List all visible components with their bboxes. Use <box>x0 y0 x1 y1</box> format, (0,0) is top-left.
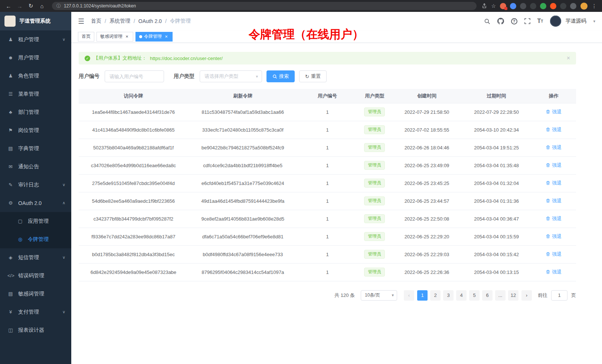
tab-home[interactable]: 首页 <box>78 32 94 42</box>
sidebar-item-error-code[interactable]: </> 错误码管理 <box>0 267 71 285</box>
home-icon[interactable]: ⌂ <box>37 1 47 10</box>
extension-icon-2[interactable] <box>510 3 516 9</box>
delete-icon <box>546 109 550 114</box>
page-button-3[interactable]: 3 <box>443 290 454 301</box>
browser-menu-icon[interactable]: ⋮ <box>592 3 597 9</box>
next-page-button[interactable]: › <box>521 290 532 301</box>
back-icon[interactable]: ← <box>4 1 13 10</box>
sidebar-item-oauth2[interactable]: ⚙ OAuth 2.0 ∧ <box>0 194 71 212</box>
force-logout-button[interactable]: 强退 <box>546 162 562 169</box>
user-id-input[interactable] <box>105 70 164 82</box>
close-icon[interactable]: × <box>567 55 570 62</box>
column-access-token: 访问令牌 <box>79 89 188 103</box>
force-logout-button[interactable]: 强退 <box>546 251 562 258</box>
sidebar-item-dict[interactable]: ▤ 字典管理 <box>0 139 71 158</box>
extension-icon-6[interactable] <box>550 3 556 9</box>
force-logout-button[interactable]: 强退 <box>546 126 562 133</box>
sidebar-item-role[interactable]: ♟ 角色管理 <box>0 67 71 85</box>
sidebar-item-tenant[interactable]: ♟ 租户管理 ∨ <box>0 30 71 49</box>
page-button-12[interactable]: 12 <box>508 290 518 301</box>
extension-icon-8[interactable] <box>570 3 576 9</box>
force-logout-button[interactable]: 强退 <box>546 180 562 186</box>
refresh-token-cell: dfa6c71a50a54c66bef706ef9e6e8d81 <box>188 228 298 245</box>
sidebar-item-post[interactable]: ⚑ 岗位管理 <box>0 121 71 139</box>
force-logout-button[interactable]: 强退 <box>546 109 562 115</box>
user-avatar[interactable] <box>550 16 561 27</box>
sidebar-item-pay[interactable]: ¥ 支付管理 ∨ <box>0 303 71 321</box>
page-button-4[interactable]: 4 <box>456 290 467 301</box>
share-icon[interactable] <box>482 3 487 9</box>
extension-icon-1[interactable] <box>500 3 506 9</box>
force-logout-button[interactable]: 强退 <box>546 233 562 240</box>
force-logout-button[interactable]: 强退 <box>546 198 562 204</box>
page-size-select[interactable]: 10条/页 ▾ <box>361 290 397 301</box>
site-info-icon[interactable]: ⓘ <box>56 3 61 9</box>
bookmark-star-icon[interactable]: ☆ <box>491 3 496 9</box>
extension-icon-4[interactable] <box>530 3 536 9</box>
goto-page-input[interactable] <box>551 290 567 301</box>
address-bar[interactable]: ⓘ 127.0.0.1:1024/system/oauth2/token <box>52 2 477 10</box>
sidebar-item-menu[interactable]: ☰ 菜单管理 <box>0 85 71 103</box>
org-tree-icon: ♣ <box>7 109 14 115</box>
extension-icon-7[interactable] <box>560 3 566 9</box>
page-ellipsis[interactable]: ... <box>495 290 506 301</box>
page-button-6[interactable]: 6 <box>482 290 493 301</box>
doc-link[interactable]: https://doc.iocoder.cn/user-center/ <box>150 56 223 61</box>
user-type-badge: 管理员 <box>364 161 385 170</box>
app-shell: 芋道管理系统 ♟ 租户管理 ∨ ☻ 用户管理 ♟ 角色管理 ☰ 菜单管理 ♣ 部… <box>0 12 602 364</box>
page-button-2[interactable]: 2 <box>430 290 441 301</box>
extension-icon-3[interactable] <box>520 3 526 9</box>
reload-icon[interactable]: ↻ <box>26 1 36 10</box>
force-logout-button[interactable]: 强退 <box>546 215 562 222</box>
github-icon[interactable] <box>497 18 504 24</box>
extension-icon-5[interactable] <box>540 3 546 9</box>
reset-button[interactable]: ↻ 重置 <box>299 70 327 82</box>
tab-oauth2-token[interactable]: 令牌管理 × <box>135 32 173 42</box>
log-icon: ✎ <box>7 182 14 188</box>
sidebar-item-audit-log[interactable]: ✎ 审计日志 ∨ <box>0 176 71 194</box>
url-text: 127.0.0.1:1024/system/oauth2/token <box>64 3 136 9</box>
user-type-cell: 管理员 <box>357 174 392 192</box>
create-time-cell: 2022-06-25 22:29:03 <box>392 245 462 263</box>
search-button[interactable]: 搜索 <box>266 70 295 82</box>
sidebar-item-report-designer[interactable]: ◫ 报表设计器 <box>0 321 71 339</box>
browser-extensions <box>500 3 576 9</box>
forward-icon[interactable]: → <box>15 1 24 10</box>
user-name[interactable]: 芋道源码 <box>565 18 586 24</box>
refresh-token-cell: be90422b8c7946218275a508bf524fc9 <box>188 139 298 156</box>
caret-down-icon[interactable]: ▾ <box>593 19 595 24</box>
fullscreen-icon[interactable] <box>524 18 530 24</box>
actions-cell: 强退 <box>531 245 576 263</box>
prev-page-button[interactable]: ‹ <box>404 290 414 301</box>
user-id-cell: 1 <box>298 245 357 263</box>
page-button-5[interactable]: 5 <box>469 290 480 301</box>
table-row: 1ea5e44f8bc1467aaede43144f31de76 811c530… <box>79 103 576 121</box>
sidebar-item-dept[interactable]: ♣ 部门管理 <box>0 103 71 121</box>
font-size-icon[interactable]: TT <box>537 18 543 24</box>
user-type-cell: 管理员 <box>357 263 392 281</box>
sidebar-item-oauth2-app[interactable]: ▢ 应用管理 <box>0 212 71 230</box>
user-id-label: 用户编号 <box>79 73 99 80</box>
create-time-cell: 2022-06-25 23:44:57 <box>392 192 462 210</box>
app-logo-bar[interactable]: 芋道管理系统 <box>0 12 71 30</box>
sidebar-item-sms[interactable]: ◈ 短信管理 ∨ <box>0 248 71 267</box>
help-icon[interactable]: ? <box>511 18 517 24</box>
sidebar-item-user[interactable]: ☻ 用户管理 <box>0 49 71 67</box>
app-title: 芋道管理系统 <box>19 18 50 24</box>
main-panel: ☰ 首页 / 系统管理 / OAuth 2.0 / 令牌管理 <box>71 12 602 364</box>
column-user-id: 用户编号 <box>298 89 357 103</box>
tab-sensitive-word[interactable]: 敏感词管理 × <box>96 32 133 42</box>
force-logout-button[interactable]: 强退 <box>546 269 562 275</box>
user-type-select[interactable]: 请选择用户类型 ▾ <box>200 70 262 82</box>
close-icon[interactable]: × <box>164 34 169 39</box>
page-content: ✓ 【用户体系】文档地址： https://doc.iocoder.cn/use… <box>71 43 602 364</box>
search-icon[interactable] <box>484 18 490 24</box>
force-logout-button[interactable]: 强退 <box>546 144 562 151</box>
sidebar-item-sensitive-word[interactable]: ▤ 敏感词管理 <box>0 285 71 303</box>
page-button-1[interactable]: 1 <box>417 290 428 301</box>
sidebar-item-notice[interactable]: ✉ 通知公告 <box>0 158 71 176</box>
browser-profile-avatar[interactable] <box>580 3 588 10</box>
sidebar-item-oauth2-token[interactable]: ◎ 令牌管理 <box>0 230 71 248</box>
hamburger-icon[interactable]: ☰ <box>78 17 84 26</box>
close-icon[interactable]: × <box>124 34 130 39</box>
